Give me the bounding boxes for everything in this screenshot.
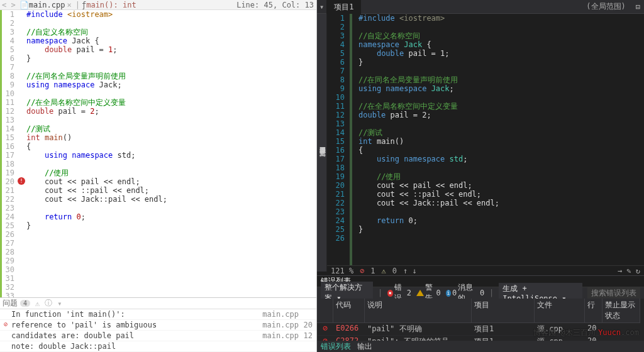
dropdown-icon[interactable]: ▾ [317, 3, 326, 11]
watermark: 博客园 @木三百川 Yuucn.com [533, 326, 639, 338]
right-code[interactable]: #include <iostream>//自定义名称空间namespace Ja… [352, 14, 644, 265]
func-icon: ƒ [82, 1, 86, 9]
info-icon[interactable]: ⓘ [45, 298, 52, 309]
file-icon: 📄 [19, 1, 29, 9]
right-editor-pane: ▾ 项目1 (全局范围) ⊟ 服务器资源管理器 工具箱 123456789101… [317, 0, 644, 352]
left-code-area[interactable]: 1234567891011121314151617181920212223242… [0, 10, 316, 297]
warning-count: 0 [392, 267, 397, 275]
problem-row[interactable]: ⊘reference to 'pail' is ambiguousmain.cp… [0, 320, 316, 331]
scope-dropdown[interactable]: (全局范围) [580, 1, 631, 12]
nav-arrows[interactable]: < > [0, 1, 18, 9]
nav-arrows[interactable]: ↑ ↓ [403, 267, 417, 275]
filter-icon[interactable]: ▾ [57, 299, 62, 308]
error-icon[interactable]: ⊘ [360, 267, 364, 275]
error-count: 1 [370, 267, 375, 275]
problem-row[interactable]: candidates are: double pailmain.cpp12 [0, 331, 316, 341]
right-header: ▾ 项目1 (全局范围) ⊟ [317, 0, 644, 14]
right-code-area[interactable]: 1234567891011121314151617181920212223242… [327, 14, 644, 265]
close-icon[interactable]: × [65, 1, 73, 9]
split-icon[interactable]: ⊟ [632, 3, 644, 11]
left-tabbar: < > 📄 main.cpp × | ƒ main(): int Line: 4… [0, 0, 316, 10]
right-statusbar: 121 % ⊘ 1 ⚠ 0 ↑ ↓ → ✎ ↻ [327, 265, 644, 275]
left-code[interactable]: #include <iostream>//自定义名称空间namespace Ja… [18, 10, 316, 297]
warning-icon[interactable]: ⚠ [35, 299, 40, 308]
zoom-level[interactable]: 121 % [331, 267, 353, 275]
errorlist-tab[interactable]: 错误列表 [321, 341, 351, 352]
search-input[interactable]: 搜索错误列表 [587, 287, 640, 299]
filename-tab[interactable]: main.cpp [29, 1, 65, 9]
problem-row[interactable]: note: double Jack::pail [0, 341, 316, 352]
misc-icons[interactable]: → ✎ ↻ [618, 267, 640, 275]
function-context[interactable]: main(): int [86, 1, 136, 9]
problems-tab[interactable]: 问题 [3, 298, 18, 309]
output-tab[interactable]: 输出 [357, 341, 372, 352]
right-gutter: 1234567891011121314151617181920212223242… [327, 14, 352, 265]
project-tab[interactable]: 项目1 [326, 0, 361, 14]
warning-icon[interactable]: ⚠ [382, 267, 386, 275]
left-editor-pane: < > 📄 main.cpp × | ƒ main(): int Line: 4… [0, 0, 317, 352]
bottom-tabs: 错误列表 输出 [317, 341, 644, 352]
problems-count: 4 [20, 300, 30, 307]
left-gutter: 1234567891011121314151617181920212223242… [0, 10, 18, 297]
cursor-position: Line: 45, Col: 13 [236, 1, 316, 9]
vertical-sidebar[interactable]: 服务器资源管理器 工具箱 [317, 14, 327, 272]
problem-row[interactable]: In function 'int main()':main.cpp [0, 309, 316, 320]
problems-panel: 问题 4 ⚠ ⓘ ▾ In function 'int main()':main… [0, 297, 316, 352]
